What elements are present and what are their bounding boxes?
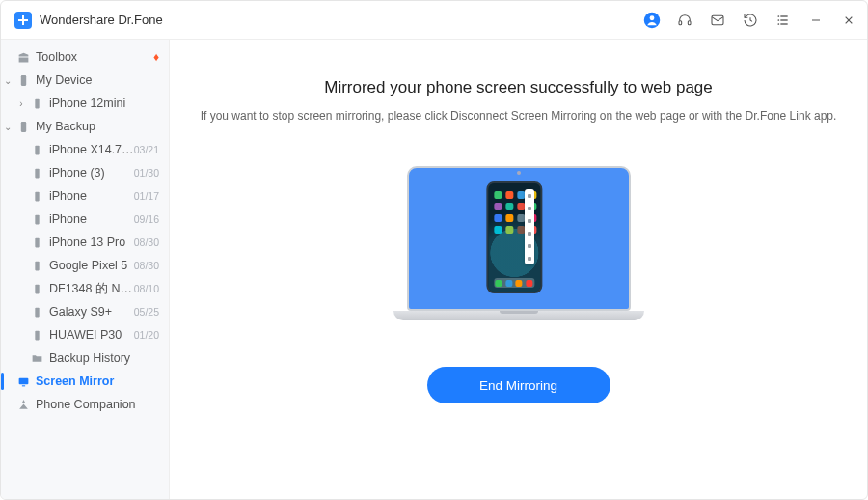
sidebar: Toolbox ♦ ⌄ My Device › iPhone 12mini ⌄ [1, 40, 170, 499]
backup-name: HUAWEI P30 [45, 328, 134, 342]
sidebar-backup-item[interactable]: DF1348 的 Not...08/10 [1, 277, 169, 300]
end-mirroring-button[interactable]: End Mirroring [427, 367, 610, 403]
tool-dot-icon [528, 244, 531, 248]
minimize-button[interactable] [807, 12, 825, 29]
phone-icon [28, 306, 45, 319]
svg-rect-16 [20, 122, 25, 132]
dock-app-icon [505, 280, 512, 287]
backup-name: iPhone 13 Pro [45, 236, 134, 249]
sidebar-backup-item[interactable]: iPhone09/16 [1, 208, 169, 231]
app-icon [505, 191, 513, 199]
backup-name: iPhone [45, 189, 134, 203]
phone-icon [28, 144, 45, 156]
sidebar-item-my-backup[interactable]: ⌄ My Backup [1, 115, 169, 138]
backup-date: 09/16 [134, 213, 159, 225]
sidebar-item-toolbox[interactable]: Toolbox ♦ [1, 45, 169, 69]
titlebar-actions [643, 12, 857, 29]
page-subtitle: If you want to stop screen mirroring, pl… [201, 109, 837, 123]
app-icon [517, 214, 525, 222]
backup-name: iPhone [45, 212, 134, 226]
hot-icon: ♦ [153, 50, 159, 64]
sidebar-item-phone-companion[interactable]: Phone Companion [1, 393, 169, 416]
main-panel: Mirrored your phone screen successfully … [170, 40, 867, 499]
app-icon [517, 191, 525, 199]
sidebar-label: My Device [32, 73, 159, 87]
sidebar-backup-item[interactable]: HUAWEI P3001/20 [1, 323, 169, 347]
dock-app-icon [516, 280, 523, 287]
backup-icon [14, 121, 32, 133]
backup-date: 01/30 [134, 167, 159, 179]
backup-date: 08/30 [134, 236, 159, 248]
phone-icon [28, 283, 45, 295]
app-icon [494, 214, 502, 222]
history-icon[interactable] [742, 12, 759, 29]
svg-point-7 [777, 19, 779, 21]
phone-dock [494, 278, 534, 288]
svg-rect-23 [35, 284, 39, 293]
account-icon[interactable] [643, 12, 661, 29]
chevron-down-icon: ⌄ [1, 122, 14, 132]
svg-rect-21 [35, 237, 39, 247]
phone-icon [28, 167, 45, 180]
title-left: Wondershare Dr.Fone [14, 12, 163, 29]
sidebar-item-my-device[interactable]: ⌄ My Device [1, 69, 169, 92]
titlebar: Wondershare Dr.Fone [1, 1, 867, 40]
svg-rect-18 [35, 168, 39, 178]
menu-list-icon[interactable] [774, 12, 792, 29]
svg-point-1 [650, 15, 655, 20]
close-button[interactable] [840, 12, 857, 29]
app-icon [505, 214, 513, 222]
phone-icon [28, 190, 45, 203]
app-icon [494, 191, 502, 199]
app-icon [517, 226, 525, 234]
phone-icon [28, 213, 45, 226]
app-icon [494, 226, 502, 234]
tool-dot-icon [528, 194, 531, 198]
sidebar-backup-item[interactable]: iPhone X14.7-...03/21 [1, 138, 169, 161]
tool-dot-icon [528, 257, 531, 261]
backup-date: 01/17 [134, 190, 159, 202]
sidebar-backup-item[interactable]: iPhone 13 Pro08/30 [1, 231, 169, 254]
backup-date: 08/10 [134, 283, 159, 294]
chevron-down-icon: ⌄ [1, 75, 14, 86]
laptop-screen [407, 166, 631, 311]
app-title: Wondershare Dr.Fone [40, 13, 163, 27]
svg-rect-2 [679, 20, 682, 24]
sidebar-backup-item[interactable]: Galaxy S9+05/25 [1, 300, 169, 323]
backup-name: iPhone X14.7-... [45, 143, 134, 156]
chevron-right-icon: › [14, 98, 28, 109]
svg-point-5 [777, 15, 779, 17]
sidebar-item-screen-mirror[interactable]: Screen Mirror [1, 370, 169, 393]
svg-rect-10 [780, 23, 787, 24]
phone-icon [28, 236, 45, 249]
svg-rect-4 [712, 15, 723, 24]
svg-rect-22 [35, 261, 39, 270]
backup-name: iPhone (3) [45, 166, 134, 180]
toolbox-icon [14, 51, 32, 64]
sidebar-label: Backup History [45, 351, 159, 365]
screen-mirror-icon [14, 375, 32, 388]
sidebar-backup-item[interactable]: iPhone (3)01/30 [1, 161, 169, 184]
laptop-base [393, 311, 644, 320]
dock-app-icon [526, 280, 532, 287]
backup-date: 08/30 [134, 260, 159, 271]
svg-rect-20 [35, 214, 39, 224]
sidebar-label: Screen Mirror [32, 375, 159, 388]
sidebar-backup-item[interactable]: Google Pixel 508/30 [1, 254, 169, 277]
sidebar-item-backup-history[interactable]: Backup History [1, 347, 169, 370]
sidebar-label: Toolbox [32, 50, 153, 64]
svg-rect-26 [18, 377, 28, 384]
mail-icon[interactable] [709, 12, 726, 29]
svg-rect-19 [35, 191, 39, 201]
headset-icon[interactable] [676, 12, 693, 29]
sidebar-backup-item[interactable]: iPhone01/17 [1, 184, 169, 208]
sidebar-label: iPhone 12mini [45, 97, 159, 110]
svg-rect-24 [35, 307, 39, 317]
svg-point-9 [777, 23, 779, 25]
device-icon [14, 74, 32, 87]
backup-name: DF1348 的 Not... [45, 281, 134, 297]
mirroring-illustration [393, 166, 644, 320]
sidebar-item-device-iphone12mini[interactable]: › iPhone 12mini [1, 92, 169, 115]
svg-rect-3 [688, 20, 691, 24]
svg-rect-25 [35, 330, 39, 340]
